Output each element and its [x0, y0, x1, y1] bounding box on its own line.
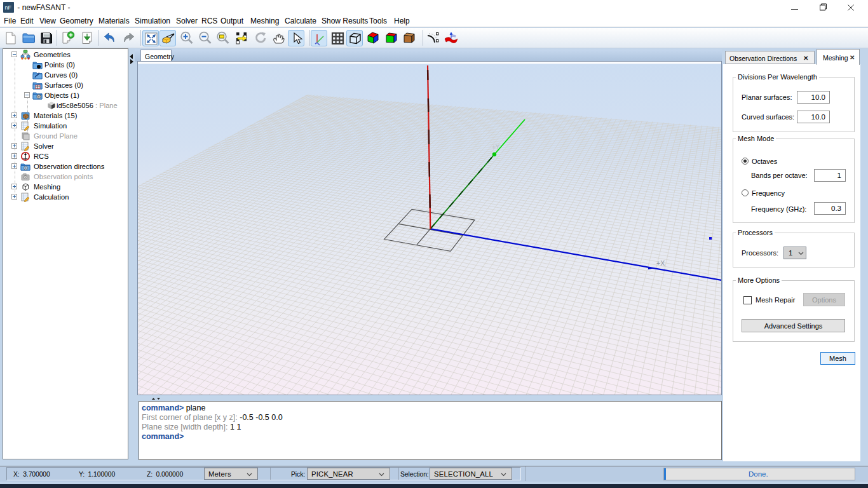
svg-text:nF: nF: [5, 4, 12, 11]
svg-text:+X: +X: [656, 259, 665, 267]
svg-text:+Y: +Y: [492, 144, 500, 151]
